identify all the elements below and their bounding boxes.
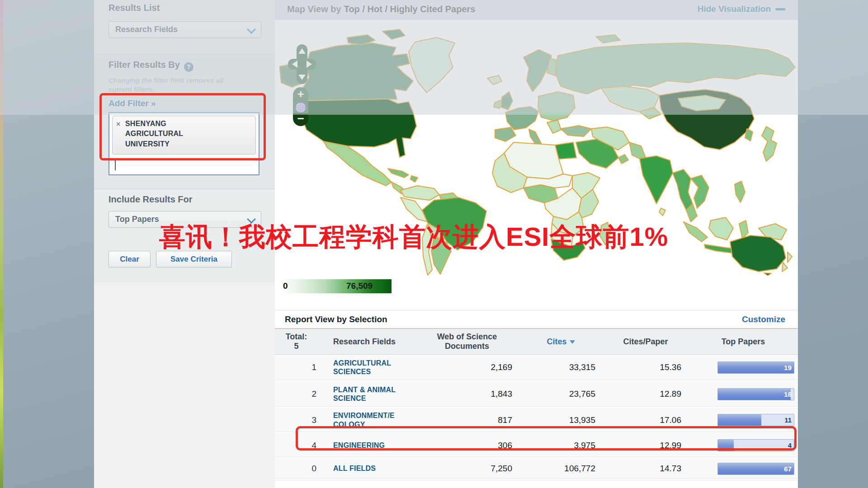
map-color-legend: 0 76,509 bbox=[280, 279, 392, 293]
cites-per-paper-value: 17.06 bbox=[603, 415, 689, 425]
include-results-title: Include Results For bbox=[108, 194, 193, 205]
top-papers-bar-cell: 67 bbox=[689, 463, 798, 475]
report-table-rows: 1AGRICULTURALSCIENCES2,16933,31515.36192… bbox=[275, 355, 798, 480]
research-fields-header: Research Fields bbox=[318, 337, 415, 347]
report-view-bar: Report View by Selection Customize bbox=[275, 310, 798, 328]
clear-button[interactable]: Clear bbox=[108, 251, 151, 267]
top-papers-value: 18 bbox=[784, 390, 792, 398]
cites-per-paper-value: 14.73 bbox=[603, 464, 689, 474]
top-papers-bar-fill bbox=[718, 440, 734, 451]
sidebar: Results List Research Fields Filter Resu… bbox=[94, 0, 275, 488]
table-row: 3ENVIRONMENT/ECOLOGY81713,93517.0611 bbox=[275, 408, 798, 433]
total-header: Total:5 bbox=[275, 332, 318, 351]
minimize-icon bbox=[775, 8, 785, 10]
text-caret bbox=[115, 158, 116, 170]
desktop-wallpaper-edge bbox=[0, 0, 3, 488]
top-papers-value: 19 bbox=[784, 364, 792, 371]
cites-value: 106,772 bbox=[519, 464, 603, 474]
results-list-title: Results List bbox=[108, 3, 160, 13]
legend-min-value: 0 bbox=[283, 281, 288, 291]
wos-documents-value: 7,250 bbox=[415, 464, 519, 474]
wos-documents-value: 817 bbox=[415, 415, 519, 425]
wos-documents-value: 2,169 bbox=[415, 362, 519, 372]
table-row: 4ENGINEERING3063,97512.994 bbox=[275, 433, 798, 459]
filter-note: Changing the filter field removes all cu… bbox=[108, 76, 253, 94]
top-papers-bar-cell: 18 bbox=[689, 388, 798, 400]
report-table: Total:5 Research Fields Web of ScienceDo… bbox=[275, 328, 798, 480]
table-row: 1AGRICULTURALSCIENCES2,16933,31515.3619 bbox=[275, 355, 798, 381]
cites-per-paper-header: Cites/Paper bbox=[603, 337, 689, 347]
results-list-dropdown-value: Research Fields bbox=[115, 25, 178, 34]
row-rank: 0 bbox=[275, 464, 318, 474]
chevron-down-icon bbox=[247, 25, 256, 34]
chevron-down-icon bbox=[247, 215, 256, 224]
screen: Results List Research Fields Filter Resu… bbox=[0, 0, 868, 488]
include-results-dropdown-value: Top Papers bbox=[115, 215, 159, 224]
research-field-link[interactable]: ALL FIELDS bbox=[318, 464, 415, 473]
cites-value: 13,935 bbox=[519, 415, 603, 425]
map-view-title: Map View byTop / Hot / Highly Cited Pape… bbox=[287, 4, 475, 14]
wos-documents-header: Web of ScienceDocuments bbox=[415, 332, 519, 351]
cites-value: 23,765 bbox=[519, 389, 603, 399]
cites-sort-header[interactable]: Cites bbox=[519, 337, 603, 347]
cites-per-paper-value: 12.99 bbox=[603, 441, 689, 450]
main-panel: Map View byTop / Hot / Highly Cited Pape… bbox=[275, 0, 798, 488]
report-view-title: Report View by Selection bbox=[285, 314, 387, 324]
filter-results-title: Filter Results By? bbox=[108, 60, 193, 72]
remove-filter-icon[interactable]: × bbox=[116, 119, 121, 129]
cites-value: 3,975 bbox=[519, 441, 603, 450]
include-results-dropdown[interactable]: Top Papers bbox=[108, 211, 261, 228]
top-papers-bar-cell: 11 bbox=[689, 414, 798, 426]
row-rank: 3 bbox=[275, 415, 318, 425]
sidebar-empty-area bbox=[94, 282, 275, 488]
world-choropleth-map[interactable] bbox=[279, 25, 798, 276]
results-list-dropdown[interactable]: Research Fields bbox=[108, 21, 261, 38]
table-row: 2PLANT & ANIMALSCIENCE1,84323,76512.8918 bbox=[275, 381, 798, 408]
map-header: Map View byTop / Hot / Highly Cited Pape… bbox=[275, 0, 798, 20]
top-papers-bar: 11 bbox=[717, 414, 794, 426]
row-rank: 4 bbox=[275, 441, 318, 450]
sort-descending-icon bbox=[570, 340, 575, 344]
cites-per-paper-value: 12.89 bbox=[603, 389, 689, 399]
top-papers-bar: 18 bbox=[717, 388, 794, 400]
research-field-link[interactable]: AGRICULTURALSCIENCES bbox=[318, 359, 415, 376]
hide-visualization-link[interactable]: Hide Visualization bbox=[698, 4, 785, 14]
cites-per-paper-value: 15.36 bbox=[603, 362, 689, 372]
save-criteria-button[interactable]: Save Criteria bbox=[156, 251, 232, 267]
top-papers-bar: 19 bbox=[717, 361, 794, 374]
wos-documents-value: 306 bbox=[415, 441, 519, 450]
top-papers-bar-fill bbox=[718, 362, 794, 373]
top-papers-bar: 4 bbox=[717, 439, 794, 451]
top-papers-value: 4 bbox=[788, 441, 792, 449]
filter-input-box[interactable]: × SHENYANG AGRICULTURAL UNIVERSITY bbox=[108, 112, 259, 175]
customize-link[interactable]: Customize bbox=[742, 314, 785, 324]
add-filter-link[interactable]: Add Filter » bbox=[108, 99, 156, 108]
research-field-link[interactable]: ENVIRONMENT/ECOLOGY bbox=[318, 411, 415, 428]
report-table-header: Total:5 Research Fields Web of ScienceDo… bbox=[275, 328, 798, 355]
research-field-link[interactable]: ENGINEERING bbox=[318, 441, 415, 450]
esi-page: Results List Research Fields Filter Resu… bbox=[94, 0, 798, 488]
top-papers-bar-fill bbox=[718, 414, 761, 426]
research-field-link[interactable]: PLANT & ANIMALSCIENCE bbox=[318, 385, 415, 403]
top-papers-header: Top Papers bbox=[689, 337, 798, 347]
zoom-in-button[interactable]: + bbox=[293, 87, 308, 102]
top-papers-bar-fill bbox=[718, 389, 791, 400]
top-papers-bar-cell: 4 bbox=[689, 439, 798, 451]
legend-max-value: 76,509 bbox=[346, 281, 373, 291]
cites-value: 33,315 bbox=[519, 362, 603, 372]
top-papers-bar: 67 bbox=[717, 463, 794, 475]
filter-chip-shenyang-agricultural-university[interactable]: × SHENYANG AGRICULTURAL UNIVERSITY bbox=[112, 116, 256, 155]
map-zoom-control[interactable]: + − bbox=[293, 87, 308, 126]
wos-documents-value: 1,843 bbox=[415, 389, 519, 399]
top-papers-bar-fill bbox=[718, 463, 794, 474]
help-icon[interactable]: ? bbox=[184, 62, 193, 72]
table-row: 0ALL FIELDS7,250106,77214.7367 bbox=[275, 459, 798, 480]
row-rank: 2 bbox=[275, 389, 318, 399]
map-pan-control[interactable] bbox=[288, 44, 316, 84]
top-papers-value: 11 bbox=[784, 416, 792, 424]
top-papers-value: 67 bbox=[784, 465, 792, 473]
row-rank: 1 bbox=[275, 362, 318, 372]
top-papers-bar-cell: 19 bbox=[689, 361, 798, 374]
